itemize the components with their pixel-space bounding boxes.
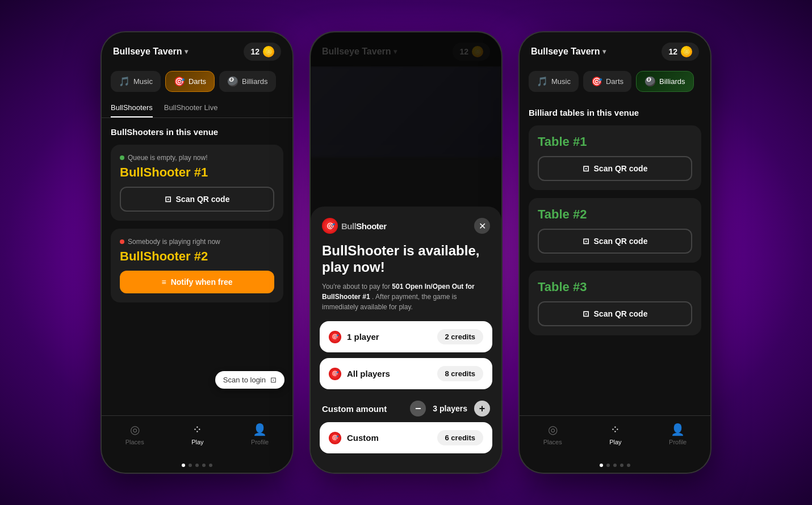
custom-label-text: Custom [347,433,379,443]
nav-play-label-3: Play [609,439,621,445]
scan-qr-label-t3: Scan QR code [594,309,648,318]
scan-qr-icon: ⊡ [165,195,171,204]
section-title: BullShooters in this venue [111,127,283,137]
page-dots-1 [102,459,292,473]
scan-qr-button-1[interactable]: ⊡ Scan QR code [120,187,274,212]
scan-qr-icon-t1: ⊡ [583,164,589,173]
dot-3 [195,464,199,467]
nav-places-label-3: Places [543,439,562,445]
logo-dart-icon: 🎯 [322,218,338,234]
notify-button[interactable]: ≡ Notify when free [120,271,274,293]
tab-billiards[interactable]: 🎱 Billiards [219,71,276,92]
nav-profile-3[interactable]: 👤 Profile [660,420,696,448]
scan-to-login-tooltip: Scan to login ⊡ [215,371,284,389]
all-players-label: All players [347,369,390,378]
category-tabs: 🎵 Music 🎯 Darts 🎱 Billiards [102,66,292,99]
phone-1-venue[interactable]: Bullseye Tavern ▾ [113,47,188,57]
nav-profile[interactable]: 👤 Profile [242,420,278,448]
scan-qr-label: Scan QR code [176,195,230,204]
tab-billiards-label-3: Billiards [659,77,685,86]
section-title-3: Billiard tables in this venue [529,108,701,117]
dot-2 [189,464,192,467]
profile-icon: 👤 [253,423,267,436]
table-card-2: Table #2 ⊡ Scan QR code [529,198,701,263]
chevron-3: ▾ [602,48,606,56]
play-icon-3: ⁘ [610,423,620,436]
decrease-players-button[interactable]: − [410,401,426,416]
machine-1-name: BullShooter #1 [120,165,274,180]
logo-text: BullShooter [341,221,387,231]
scan-qr-button-t1[interactable]: ⊡ Scan QR code [538,156,692,181]
coin-icon-3: 🪙 [681,46,692,57]
dot-3-5 [627,464,630,467]
scan-qr-icon-t3: ⊡ [583,309,589,318]
tab-darts[interactable]: 🎯 Darts [165,71,215,92]
notify-icon: ≡ [161,277,166,287]
custom-option[interactable]: 🎯 Custom 6 credits [320,422,492,453]
tab-music[interactable]: 🎵 Music [111,71,161,92]
table-card-1: Table #1 ⊡ Scan QR code [529,125,701,190]
desc-prefix: You're about to pay for [322,283,392,291]
tooltip-scan-icon: ⊡ [270,376,277,384]
nav-play-3[interactable]: ⁘ Play [600,420,630,448]
nav-play[interactable]: ⁘ Play [182,420,212,448]
dot-1 [182,464,185,467]
bullshooter-logo: 🎯 BullShooter [322,218,387,234]
tab-billiards-3[interactable]: 🎱 Billiards [636,71,694,92]
table-2-name: Table #2 [538,207,692,222]
machine-2-status-text: Somebody is playing right now [128,238,220,246]
phone-3-screen: Bullseye Tavern ▾ 12 🪙 🎵 Music 🎯 Darts [520,32,710,473]
credits-3: 12 [668,47,677,56]
modal-sheet: 🎯 BullShooter ✕ BullShooter is available… [311,207,501,473]
category-tabs-3: 🎵 Music 🎯 Darts 🎱 Billiards [520,66,710,99]
tab-music-3[interactable]: 🎵 Music [529,71,579,92]
places-icon-3: ◎ [548,423,558,436]
nav-places[interactable]: ◎ Places [116,420,153,448]
one-player-left: 🎯 1 player [329,331,379,343]
machine-2-name: BullShooter #2 [120,249,274,264]
darts-icon-3: 🎯 [591,76,602,87]
close-modal-button[interactable]: ✕ [474,218,490,234]
scan-qr-icon-t2: ⊡ [583,237,589,246]
darts-icon: 🎯 [174,76,185,87]
notify-label: Notify when free [171,277,233,287]
places-icon: ◎ [130,423,140,436]
play-icon: ⁘ [192,423,202,436]
machine-1-status: Queue is empty, play now! [120,154,274,162]
modal-title: BullShooter is available, play now! [311,243,501,281]
dot-3-2 [606,464,610,467]
dot-3-1 [600,464,603,467]
custom-amount-label: Custom amount [322,404,387,414]
machine-1-status-text: Queue is empty, play now! [128,154,208,162]
phone-3-venue[interactable]: Bullseye Tavern ▾ [531,47,606,57]
scan-qr-button-t3[interactable]: ⊡ Scan QR code [538,301,692,326]
chevron-down-icon: ▾ [185,48,188,56]
tab-darts-3[interactable]: 🎯 Darts [583,71,631,92]
nav-places-3[interactable]: ◎ Places [534,420,571,448]
subtab-live[interactable]: BullShooter Live [164,99,218,117]
modal-overlay: 🎯 BullShooter ✕ BullShooter is available… [311,32,501,473]
dart-icon-custom: 🎯 [329,432,341,444]
dot-3-4 [620,464,623,467]
phone-3-header: Bullseye Tavern ▾ 12 🪙 [520,32,710,66]
table-card-3: Table #3 ⊡ Scan QR code [529,271,701,335]
increase-players-button[interactable]: + [474,401,490,416]
nav-play-label: Play [191,439,203,445]
all-players-option[interactable]: 🎯 All players 8 credits [320,358,492,389]
machine-card-2: Somebody is playing right now BullShoote… [111,229,283,302]
tab-music-label-3: Music [551,77,571,86]
nav-profile-label: Profile [251,439,269,445]
phone-1: Bullseye Tavern ▾ 12 🪙 🎵 Music 🎯 Darts [101,31,294,474]
player-count-label: 3 players [433,404,467,413]
all-players-credits: 8 credits [437,366,483,381]
phones-container: Bullseye Tavern ▾ 12 🪙 🎵 Music 🎯 Darts [101,31,711,474]
one-player-option[interactable]: 🎯 1 player 2 credits [320,321,492,352]
phone-3: Bullseye Tavern ▾ 12 🪙 🎵 Music 🎯 Darts [518,31,711,474]
machine-2-status: Somebody is playing right now [120,238,274,246]
tab-music-label: Music [133,77,153,86]
scan-qr-button-t2[interactable]: ⊡ Scan QR code [538,229,692,254]
subtab-bullshooters[interactable]: BullShooters [111,99,153,117]
all-players-left: 🎯 All players [329,368,390,380]
bottom-nav-1: ◎ Places ⁘ Play 👤 Profile [102,415,292,459]
phone-1-screen: Bullseye Tavern ▾ 12 🪙 🎵 Music 🎯 Darts [102,32,292,473]
